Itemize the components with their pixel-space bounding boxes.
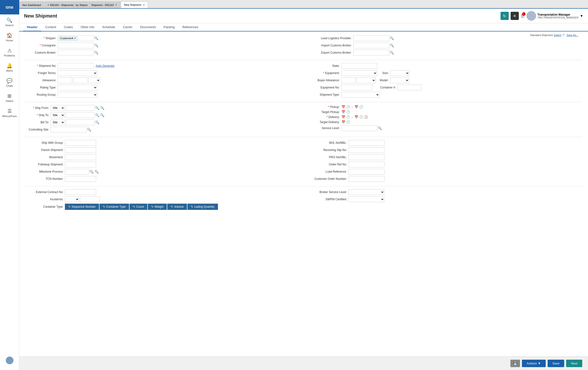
app-logo[interactable]: one	[0, 0, 19, 14]
browser-tab-shipment592163[interactable]: Shipment - 592163 ✕	[88, 1, 120, 8]
ship-from-type-select[interactable]: Site	[51, 105, 65, 111]
bol-no-input[interactable]	[348, 140, 384, 146]
sidebar-item-chats[interactable]: 💬 Chats	[0, 75, 19, 90]
delivery-copy-btn[interactable]: 📋	[364, 115, 368, 119]
order-ref-input[interactable]	[348, 162, 384, 167]
allowance-input-1[interactable]	[58, 77, 72, 83]
milestone-search-btn[interactable]: 🔍	[89, 170, 94, 174]
container-btn-type[interactable]: ✎ Container Type	[99, 204, 129, 210]
pro-no-input[interactable]	[348, 154, 384, 160]
browser-tab-newshipment[interactable]: New Shipment ✕	[121, 1, 148, 8]
bill-to-search-btn[interactable]: 🔍	[95, 120, 100, 124]
container-btn-sequence[interactable]: ✎ Sequence Number	[65, 204, 99, 210]
container-btn-weight[interactable]: ✎ Weight	[148, 204, 167, 210]
close-tab-newshipment[interactable]: ✕	[143, 3, 145, 7]
ship-to-search2-btn[interactable]: 🔍	[100, 113, 105, 117]
shipper-tag-close[interactable]: ✕	[74, 37, 76, 40]
target-pickup-date-btn[interactable]: 📅	[341, 110, 346, 114]
equipment-select[interactable]	[341, 70, 377, 76]
buyer-allowance-input1[interactable]	[341, 77, 356, 83]
container-btn-lading[interactable]: ✎ Lading Quantity	[188, 204, 218, 210]
close-tab-shipment[interactable]: ✕	[115, 3, 117, 7]
customer-order-input[interactable]	[348, 176, 384, 182]
ship-to-search-btn[interactable]: 🔍	[95, 113, 100, 117]
tcn-number-input[interactable]	[65, 176, 96, 182]
import-customs-input[interactable]	[353, 43, 389, 48]
ship-from-search-btn[interactable]: 🔍	[95, 106, 100, 110]
tab-codes[interactable]: Codes	[60, 23, 77, 32]
save-button[interactable]: Save	[548, 360, 565, 367]
shipment-type-select[interactable]	[341, 92, 380, 98]
buyer-allowance-select[interactable]	[357, 77, 376, 83]
pickup-time-btn[interactable]: 🕐	[346, 105, 350, 109]
sidebar-item-user-avatar[interactable]	[0, 354, 19, 367]
movement-input[interactable]	[65, 154, 96, 160]
target-delivery-time-btn[interactable]: 🕐	[346, 120, 350, 124]
routing-group-select[interactable]	[58, 92, 97, 98]
service-level-input[interactable]	[341, 125, 377, 131]
tab-documents[interactable]: Documents	[136, 23, 160, 32]
delivery-time-btn[interactable]: 🕐	[346, 115, 350, 119]
user-dropdown-button[interactable]: ▼	[580, 14, 583, 18]
model-select[interactable]	[390, 77, 409, 83]
sidebar-item-switch[interactable]: ⊞ Switch	[0, 90, 19, 105]
milestone-search2-btn[interactable]: 🔍	[94, 170, 99, 174]
refresh-button[interactable]: ↻	[501, 12, 509, 20]
tab-references[interactable]: References	[178, 23, 202, 32]
tab-other-info[interactable]: Other Info	[77, 23, 98, 32]
next-button[interactable]: Next	[566, 360, 582, 367]
rating-type-select[interactable]	[58, 85, 97, 90]
shipper-search-btn[interactable]: 🔍	[94, 36, 99, 40]
customs-broker-input[interactable]	[58, 50, 94, 55]
sidebar-item-search[interactable]: 🔍 Search	[0, 14, 19, 30]
receiving-slip-input[interactable]	[348, 147, 384, 153]
controlling-site-input[interactable]	[51, 127, 86, 132]
ship-from-search2-btn[interactable]: 🔍	[100, 106, 105, 110]
sidebar-item-menus[interactable]: ☰ Menus/Favs	[0, 105, 19, 120]
pickup-date-end-btn[interactable]: 📅	[354, 105, 358, 109]
allowance-select[interactable]	[88, 77, 100, 83]
target-delivery-date-btn[interactable]: 📅	[341, 120, 346, 124]
tab-content[interactable]: Content	[41, 23, 60, 32]
equipment-no-input[interactable]	[341, 85, 372, 90]
swpm-certified-select[interactable]	[348, 196, 384, 202]
parent-shipment-input[interactable]	[65, 147, 96, 153]
browser-tab-neodashboard[interactable]: Neo Dashboard	[19, 1, 44, 8]
container-btn-count[interactable]: ✎ Count	[129, 204, 147, 210]
allowance-input-2[interactable]	[73, 77, 87, 83]
lead-logistics-search-btn[interactable]: 🔍	[389, 36, 394, 40]
ship-from-input[interactable]	[66, 105, 95, 111]
import-customs-search-btn[interactable]: 🔍	[389, 44, 394, 47]
tab-packing[interactable]: Packing	[160, 23, 178, 32]
lead-logistics-input[interactable]	[353, 35, 389, 41]
broker-service-select[interactable]	[348, 189, 384, 195]
save-as-link[interactable]: Save As...	[566, 34, 578, 37]
save-icon-button[interactable]: 💾	[510, 360, 520, 367]
freight-terms-select[interactable]	[58, 70, 97, 76]
followup-shipment-input[interactable]	[65, 162, 96, 167]
menu-button[interactable]: ☰ 1	[521, 13, 525, 19]
target-pickup-time-btn[interactable]: 🕐	[346, 110, 350, 114]
actions-button[interactable]: Actions ▼	[522, 360, 546, 367]
auto-generate-link[interactable]: Auto Generate	[96, 64, 114, 67]
bill-to-input[interactable]	[66, 120, 95, 125]
controlling-site-search-btn[interactable]: 🔍	[86, 128, 92, 131]
delivery-date-end-btn[interactable]: 📅	[354, 115, 358, 119]
load-reference-input[interactable]	[348, 169, 384, 174]
bill-to-type-select[interactable]: Site	[51, 120, 65, 125]
sidebar-item-alerts[interactable]: 🔔 Alerts	[0, 60, 19, 75]
state-input[interactable]	[341, 63, 377, 69]
tab-schedule[interactable]: Schedule	[98, 23, 119, 32]
ship-to-input[interactable]	[66, 112, 95, 118]
shipper-input[interactable]: CustomerA ✕	[58, 35, 94, 41]
close-button[interactable]: ✕	[511, 12, 519, 20]
tab-header[interactable]: Header	[23, 23, 41, 32]
customs-broker-search-btn[interactable]: 🔍	[94, 51, 99, 54]
incoterms-select[interactable]	[65, 196, 79, 202]
milestone-process-input[interactable]	[65, 169, 89, 174]
export-customs-search-btn[interactable]: 🔍	[389, 51, 394, 54]
export-customs-input[interactable]	[353, 50, 389, 55]
delivery-date-btn[interactable]: 📅	[341, 115, 346, 119]
switch-link[interactable]: Switch	[554, 34, 561, 37]
ship-with-group-input[interactable]	[65, 140, 96, 146]
